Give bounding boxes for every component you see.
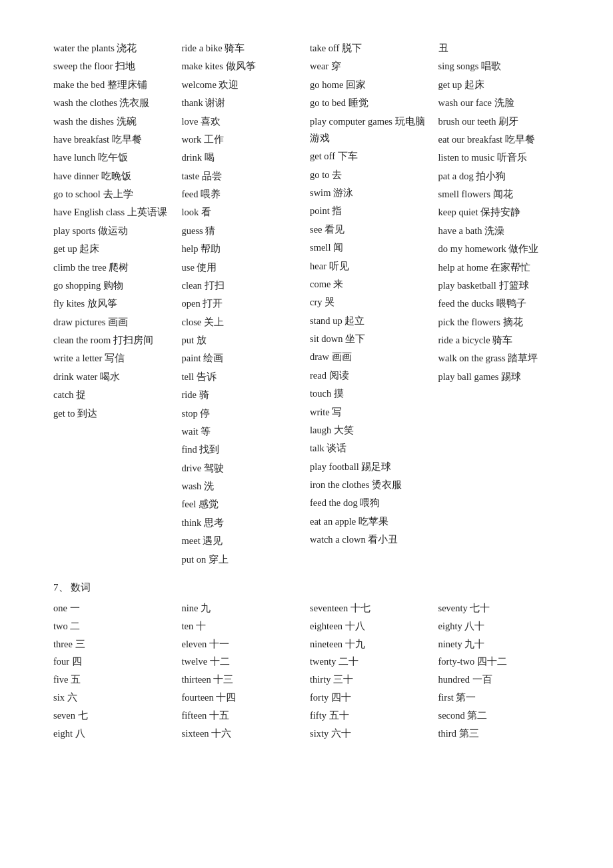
list-item: work 工作 [182, 131, 304, 148]
list-item: go shopping 购物 [53, 277, 175, 294]
number-item: forty-two 四十二 [438, 653, 560, 671]
number-item: ten 十 [182, 617, 304, 635]
number-item: hundred 一百 [438, 671, 560, 689]
list-item: do my homework 做作业 [438, 241, 560, 257]
list-item: taste 品尝 [182, 168, 304, 185]
number-item: sixteen 十六 [182, 725, 304, 743]
list-item: get up 起床 [438, 77, 560, 93]
number-item: five 五 [53, 671, 175, 689]
list-item: point 指 [310, 203, 432, 219]
list-item: take off 脱下 [310, 40, 432, 57]
list-item: see 看见 [310, 221, 432, 238]
list-item: guess 猜 [182, 223, 304, 239]
list-item: write a letter 写信 [53, 350, 175, 367]
number-item: ninety 九十 [438, 635, 560, 653]
list-item: talk 谈话 [310, 440, 432, 457]
list-item: pat a dog 拍小狗 [438, 168, 560, 185]
list-item: get off 下车 [310, 148, 432, 165]
list-item: swim 游泳 [310, 185, 432, 201]
number-item: twenty 二十 [310, 653, 432, 671]
number-item: sixty 六十 [310, 725, 432, 743]
list-item: iron the clothes 烫衣服 [310, 477, 432, 493]
list-item: cry 哭 [310, 294, 432, 311]
list-item: come 来 [310, 276, 432, 293]
number-item: twelve 十二 [182, 653, 304, 671]
list-item: make the bed 整理床铺 [53, 77, 175, 93]
list-item: find 找到 [182, 441, 304, 458]
list-item: smell flowers 闻花 [438, 186, 560, 203]
list-item: brush our teeth 刷牙 [438, 113, 560, 130]
number-item: eighty 八十 [438, 617, 560, 635]
column-3: take off 脱下wear 穿go home 回家go to bed 睡觉p… [310, 40, 432, 569]
number-item: thirteen 十三 [182, 671, 304, 689]
list-item: water the plants 浇花 [53, 40, 175, 57]
main-content: water the plants 浇花sweep the floor 扫地mak… [53, 40, 560, 742]
list-item: help at home 在家帮忙 [438, 259, 560, 276]
list-item: go to 去 [310, 167, 432, 183]
number-item: eleven 十一 [182, 635, 304, 653]
list-item: 丑 [438, 40, 560, 57]
list-item: stand up 起立 [310, 313, 432, 329]
list-item: go to bed 睡觉 [310, 95, 432, 111]
list-item: wash our face 洗脸 [438, 95, 560, 111]
number-item: thirty 三十 [310, 671, 432, 689]
list-item: put on 穿上 [182, 551, 304, 568]
list-item: stop 停 [182, 405, 304, 422]
list-item: wash 洗 [182, 478, 304, 495]
list-item: listen to music 听音乐 [438, 149, 560, 166]
list-item: fly kites 放风筝 [53, 295, 175, 312]
numbers-col-4: seventy 七十eighty 八十ninety 九十forty-two 四十… [438, 599, 560, 743]
list-item: read 阅读 [310, 367, 432, 384]
list-item: sweep the floor 扫地 [53, 58, 175, 75]
number-item: forty 四十 [310, 689, 432, 707]
number-item: eight 八 [53, 725, 175, 743]
number-item: third 第三 [438, 725, 560, 743]
list-item: drink water 喝水 [53, 369, 175, 385]
list-item: have breakfast 吃早餐 [53, 131, 175, 148]
number-item: one 一 [53, 599, 175, 617]
list-item: draw 画画 [310, 349, 432, 365]
number-item: second 第二 [438, 707, 560, 725]
number-item: seventeen 十七 [310, 599, 432, 617]
list-item: eat an apple 吃苹果 [310, 513, 432, 530]
list-item: feed the dog 喂狗 [310, 495, 432, 511]
list-item: wear 穿 [310, 58, 432, 75]
list-item: play ball games 踢球 [438, 369, 560, 385]
list-item: climb the tree 爬树 [53, 259, 175, 276]
list-item: play computer games 玩电脑游戏 [310, 113, 432, 147]
numbers-grid: one 一two 二three 三four 四five 五six 六seven … [53, 599, 560, 743]
list-item: think 思考 [182, 515, 304, 531]
list-item: clean 打扫 [182, 277, 304, 294]
list-item: get up 起床 [53, 241, 175, 257]
list-item: look 看 [182, 204, 304, 221]
list-item: ride a bike 骑车 [182, 40, 304, 57]
list-item: sit down 坐下 [310, 331, 432, 347]
number-item: fourteen 十四 [182, 689, 304, 707]
number-item: fifteen 十五 [182, 707, 304, 725]
column-2: ride a bike 骑车make kites 做风筝welcome 欢迎th… [182, 40, 304, 569]
number-item: three 三 [53, 635, 175, 653]
number-item: four 四 [53, 653, 175, 671]
list-item: feed the ducks 喂鸭子 [438, 295, 560, 312]
number-item: nineteen 十九 [310, 635, 432, 653]
list-item: have dinner 吃晚饭 [53, 168, 175, 185]
list-item: hear 听见 [310, 258, 432, 275]
column-1: water the plants 浇花sweep the floor 扫地mak… [53, 40, 175, 569]
list-item: walk on the grass 踏草坪 [438, 350, 560, 367]
list-item: keep quiet 保持安静 [438, 204, 560, 221]
list-item: have English class 上英语课 [53, 204, 175, 221]
list-item: put 放 [182, 332, 304, 349]
list-item: make kites 做风筝 [182, 58, 304, 75]
list-item: have lunch 吃午饭 [53, 149, 175, 166]
list-item: wait 等 [182, 423, 304, 440]
list-item: play sports 做运动 [53, 223, 175, 239]
list-item: help 帮助 [182, 241, 304, 257]
number-item: nine 九 [182, 599, 304, 617]
list-item: clean the room 打扫房间 [53, 332, 175, 349]
list-item: thank 谢谢 [182, 95, 304, 111]
list-item: wash the dishes 洗碗 [53, 113, 175, 130]
list-item: catch 捉 [53, 387, 175, 403]
number-item: seventy 七十 [438, 599, 560, 617]
number-item: two 二 [53, 617, 175, 635]
list-item: drink 喝 [182, 149, 304, 166]
